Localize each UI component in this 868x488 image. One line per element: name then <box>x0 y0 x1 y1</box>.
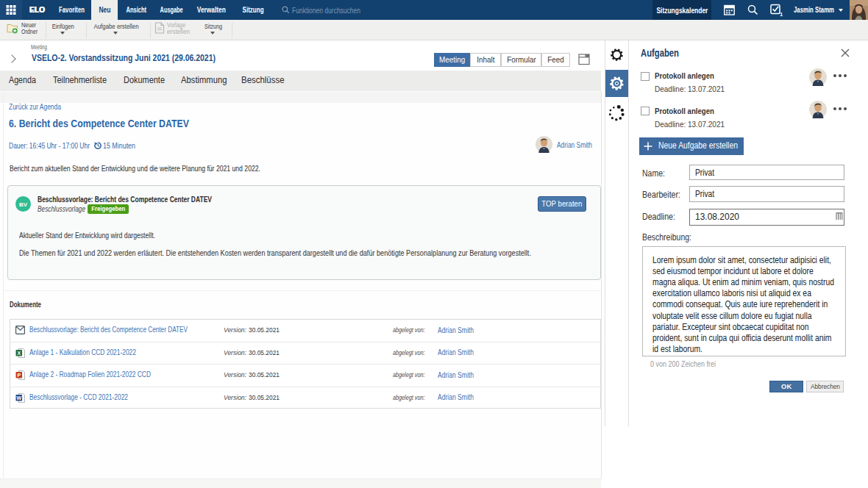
svg-text:W: W <box>16 395 21 401</box>
svg-text:BV: BV <box>19 201 28 208</box>
svg-text:X: X <box>17 351 21 356</box>
svg-text:P: P <box>17 373 21 378</box>
svg-text:1: 1 <box>780 11 783 17</box>
